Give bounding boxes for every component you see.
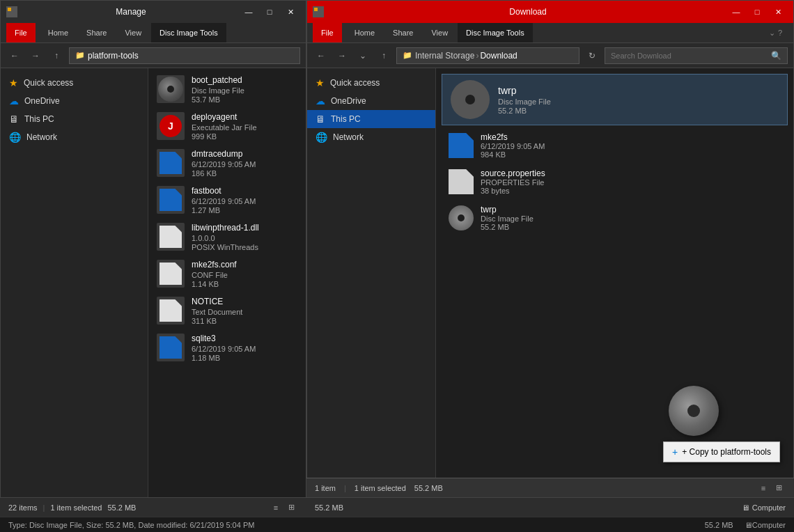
left-maximize-button[interactable]: □	[260, 3, 279, 20]
right-recent-button[interactable]: ⌄	[355, 47, 371, 64]
left-item-count: 22 items	[8, 503, 38, 512]
right-close-button[interactable]: ✕	[768, 3, 788, 20]
file-item-mke2fs[interactable]: mke2fs 6/12/2019 9:05 AM 984 KB	[442, 128, 788, 163]
left-sidebar-quick-access[interactable]: ★ Quick access	[1, 74, 148, 92]
left-ribbon: File Home Share View Disc Image Tools	[1, 23, 306, 43]
right-address-path[interactable]: 📁 Internal Storage › Download	[396, 47, 579, 64]
mke2fs-size: 984 KB	[481, 150, 781, 159]
right-tab-home[interactable]: Home	[346, 23, 383, 42]
blue-file-icon	[159, 152, 182, 174]
help-button[interactable]: ?	[778, 29, 782, 37]
dmtracedump-type: 6/12/2019 9:05 AM	[192, 160, 297, 169]
file-item-fastboot[interactable]: fastboot 6/12/2019 9:05 AM 1.27 MB	[148, 182, 306, 219]
file-item-libwinpthread[interactable]: libwinpthread-1.dll 1.0.0.0 POSIX WinThr…	[148, 219, 306, 256]
right-overlay-bar: 1 item | 1 item selected 55.2 MB ≡ ⊞	[306, 478, 794, 497]
right-maximize-button[interactable]: □	[747, 3, 767, 20]
file-item-source-properties[interactable]: source.properties PROPERTIES File 38 byt…	[442, 164, 788, 199]
right-folder-icon: 📁	[403, 51, 412, 60]
search-input[interactable]	[611, 52, 768, 60]
left-view-large-button[interactable]: ⊞	[284, 501, 298, 515]
left-window: Manage — □ ✕ File Home Share View Disc I…	[0, 0, 306, 532]
network-icon: 🌐	[9, 132, 21, 143]
right-search-bar[interactable]: 🔍	[605, 47, 788, 64]
right-back-button[interactable]: ←	[313, 47, 329, 64]
right-tab-disc-image[interactable]: Disc Image Tools	[458, 23, 533, 42]
svg-rect-4	[314, 8, 318, 11]
left-sidebar-this-pc[interactable]: 🖥 This PC	[1, 110, 148, 128]
left-sep1: |	[43, 503, 45, 512]
left-minimize-button[interactable]: —	[239, 3, 258, 20]
file-item-mke2fs-conf[interactable]: mke2fs.conf CONF File 1.14 KB	[148, 256, 306, 292]
deployagent-name: deployagent	[192, 112, 297, 122]
svg-rect-1	[13, 8, 16, 11]
file-item-boot-patched[interactable]: boot_patched Disc Image File 53.7 MB	[148, 71, 306, 108]
twrp-row-info: twrp Disc Image File 55.2 MB	[481, 205, 781, 231]
mke2fs-conf-name: mke2fs.conf	[192, 260, 297, 269]
twrp-row-name: twrp	[481, 205, 781, 214]
deployagent-thumb: J	[157, 112, 185, 140]
left-tab-view[interactable]: View	[116, 23, 150, 42]
left-tab-home[interactable]: Home	[40, 23, 77, 42]
file-item-sqlite3[interactable]: sqlite3 6/12/2019 9:05 AM 1.18 MB	[148, 329, 306, 366]
right-tab-share[interactable]: Share	[384, 23, 421, 42]
left-tab-file[interactable]: File	[6, 23, 36, 42]
right-sidebar-network-label: Network	[333, 132, 364, 142]
twrp-info: twrp Disc Image File 55.2 MB	[498, 85, 779, 115]
libwinpthread-type: 1.0.0.0	[192, 234, 297, 242]
left-back-button[interactable]: ←	[6, 47, 23, 64]
refresh-button[interactable]: ↻	[584, 47, 600, 64]
notice-thumb	[157, 297, 185, 324]
right-cloud-icon: ☁	[316, 95, 325, 107]
boot-patched-name: boot_patched	[192, 75, 297, 85]
left-sidebar-network-label: Network	[26, 132, 57, 142]
overlay-item-count: 1 item	[315, 484, 336, 492]
right-up-button[interactable]: ↑	[375, 47, 392, 64]
twrp-type: Disc Image File	[498, 97, 779, 106]
right-sidebar-this-pc[interactable]: 🖥 This PC	[307, 110, 435, 128]
file-item-deployagent[interactable]: J deployagent Executable Jar File 999 KB	[148, 108, 306, 145]
breadcrumb-arrow: ›	[476, 51, 478, 61]
right-window-icon	[313, 6, 324, 17]
file-item-notice[interactable]: NOTICE Text Document 311 KB	[148, 292, 306, 329]
right-ribbon: File Home Share View Disc Image Tools ⌄ …	[307, 23, 793, 43]
left-close-button[interactable]: ✕	[281, 3, 300, 20]
notice-name: NOTICE	[192, 297, 297, 306]
mke2fs-info: mke2fs 6/12/2019 9:05 AM 984 KB	[481, 132, 781, 159]
file-item-twrp-row[interactable]: twrp Disc Image File 55.2 MB	[442, 201, 788, 235]
bottom-global-bar: Type: Disc Image File, Size: 55.2 MB, Da…	[0, 517, 794, 532]
left-up-button[interactable]: ↑	[48, 47, 65, 64]
right-sidebar-quick-access[interactable]: ★ Quick access	[307, 74, 435, 92]
left-sidebar-network[interactable]: 🌐 Network	[1, 128, 148, 146]
right-computer-label: Computer	[752, 503, 786, 512]
twrp-row-size: 55.2 MB	[481, 223, 781, 231]
left-address-path[interactable]: 📁 platform-tools	[69, 47, 300, 64]
expand-ribbon-button[interactable]: ⌄	[769, 29, 775, 38]
right-statusbar: 55.2 MB 🖥 Computer	[306, 497, 794, 517]
right-tab-file[interactable]: File	[313, 23, 342, 42]
right-view-details-button[interactable]: ≡	[756, 481, 770, 495]
libwinpthread-info: libwinpthread-1.dll 1.0.0.0 POSIX WinThr…	[192, 223, 297, 251]
notice-type: Text Document	[192, 308, 297, 316]
star-icon: ★	[9, 77, 18, 88]
left-view-details-button[interactable]: ≡	[269, 501, 283, 515]
right-sidebar-onedrive[interactable]: ☁ OneDrive	[307, 92, 435, 110]
right-forward-button[interactable]: →	[334, 47, 350, 64]
dmtracedump-info: dmtracedump 6/12/2019 9:05 AM 186 KB	[192, 149, 297, 178]
left-tab-disc-image[interactable]: Disc Image Tools	[151, 23, 226, 42]
file-item-dmtracedump[interactable]: dmtracedump 6/12/2019 9:05 AM 186 KB	[148, 145, 306, 182]
right-tab-view[interactable]: View	[423, 23, 456, 42]
right-view-large-button[interactable]: ⊞	[772, 481, 786, 495]
left-tab-share[interactable]: Share	[78, 23, 115, 42]
left-sidebar-onedrive[interactable]: ☁ OneDrive	[1, 92, 148, 110]
bottom-computer-label: Computer	[752, 521, 786, 529]
left-file-list: boot_patched Disc Image File 53.7 MB J d…	[148, 68, 306, 531]
svg-rect-5	[319, 8, 322, 11]
blue-file-icon-2	[159, 189, 182, 211]
source-properties-name: source.properties	[481, 169, 781, 178]
right-minimize-button[interactable]: —	[726, 3, 746, 20]
svg-rect-2	[8, 13, 11, 16]
featured-twrp-item[interactable]: twrp Disc Image File 55.2 MB	[442, 74, 788, 125]
right-sidebar-network[interactable]: 🌐 Network	[307, 128, 435, 146]
left-forward-button[interactable]: →	[27, 47, 44, 64]
right-computer-icon: 🖥	[742, 503, 749, 512]
